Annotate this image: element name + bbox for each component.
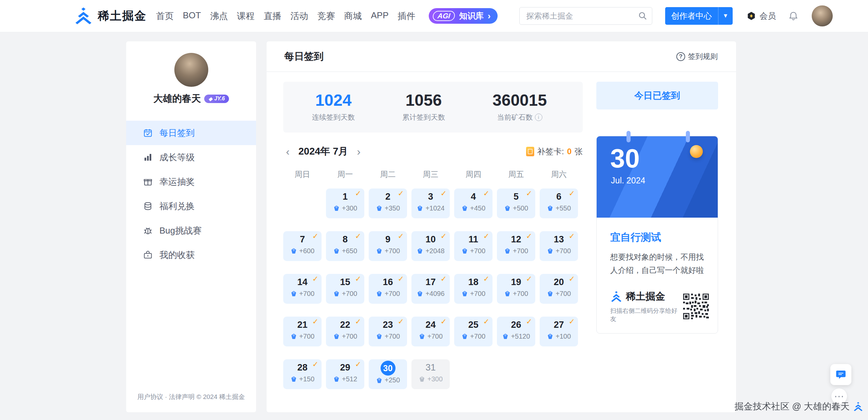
day-reward: +700 xyxy=(283,290,322,298)
sidebar-item-lucky-draw[interactable]: 幸运抽奖 xyxy=(126,169,256,194)
ore-icon xyxy=(333,376,340,382)
stat-label: 连续签到天数 xyxy=(312,113,355,122)
weekday-label: 周六 xyxy=(540,169,578,180)
nav-item-live[interactable]: 直播 xyxy=(264,10,281,22)
ore-icon xyxy=(376,290,383,297)
signed-today-button[interactable]: 今日已签到 xyxy=(596,82,718,109)
sidebar-footer: 用户协议 · 法律声明 © 2024 稀土掘金 xyxy=(126,393,256,401)
member-entry[interactable]: 会员 xyxy=(746,11,776,21)
nav-item-events[interactable]: 活动 xyxy=(290,10,308,22)
sidebar-item-label: 我的收获 xyxy=(159,249,195,261)
share-footer: 稀土掘金 扫描右侧二维码分享给好友 xyxy=(597,286,718,333)
resign-card-info[interactable]: 补签卡: 0 张 xyxy=(526,146,583,157)
stat-continuous-days: 1024连续签到天数 xyxy=(312,92,355,122)
next-month-arrow[interactable]: › xyxy=(357,146,361,157)
sidebar-item-bug-challenge[interactable]: Bug挑战赛 xyxy=(126,218,256,243)
ore-icon xyxy=(417,205,423,212)
nav-item-home[interactable]: 首页 xyxy=(156,10,174,22)
creator-center-button[interactable]: 创作者中心 ▼ xyxy=(665,7,733,25)
nav-item-course[interactable]: 课程 xyxy=(237,10,254,22)
calendar-hanger xyxy=(626,131,631,142)
day-reward: +1024 xyxy=(411,204,450,212)
reward-amount: +100 xyxy=(556,333,571,340)
tip-text: 想要找对象的时候，不用找人介绍，自己写一个就好啦 xyxy=(610,251,704,277)
weekday-header: 周日周一周二周三周四周五周六 xyxy=(283,169,583,180)
day-reward: +700 xyxy=(369,290,407,298)
sidebar-item-my-harvest[interactable]: 我的收获 xyxy=(126,243,256,267)
day-reward: +700 xyxy=(454,290,493,298)
prev-month-arrow[interactable]: ‹ xyxy=(286,146,290,157)
level-badge: ◆ JY.6 xyxy=(204,95,229,103)
search-input[interactable] xyxy=(519,7,652,25)
weekday-label: 周一 xyxy=(326,169,364,180)
ore-icon xyxy=(502,333,509,340)
day-cell-13: ✓13+700 xyxy=(540,231,578,261)
day-cell-27: ✓27+100 xyxy=(540,317,578,346)
nav-item-bot[interactable]: BOT xyxy=(183,10,201,22)
check-icon: ✓ xyxy=(355,275,361,283)
creator-center-label: 创作者中心 xyxy=(665,11,718,21)
user-avatar[interactable] xyxy=(812,5,833,26)
feedback-chat-button[interactable] xyxy=(830,364,851,385)
nav-item-contest[interactable]: 竞赛 xyxy=(317,10,335,22)
juejin-logo[interactable]: 稀土掘金 xyxy=(74,7,147,24)
search-icon[interactable] xyxy=(638,11,648,21)
reward-amount: +700 xyxy=(470,333,485,340)
day-reward: +350 xyxy=(369,204,407,212)
notification-bell-icon[interactable] xyxy=(788,11,799,21)
date-card-top: 30 Jul. 2024 xyxy=(597,136,718,218)
sidebar-item-daily-checkin[interactable]: 每日签到 xyxy=(126,121,256,145)
ore-icon xyxy=(376,377,383,384)
calendar-hanger xyxy=(686,131,690,142)
day-cell-30: 30+250 xyxy=(369,359,407,389)
check-icon: ✓ xyxy=(483,232,489,241)
day-reward: +700 xyxy=(540,247,578,255)
stat-total-days: 1056累计签到天数 xyxy=(402,92,445,122)
check-icon: ✓ xyxy=(526,189,532,198)
checkin-rules-link[interactable]: ? 签到规则 xyxy=(676,52,718,62)
check-icon: ✓ xyxy=(569,232,575,241)
reward-amount: +700 xyxy=(342,333,357,340)
ore-icon xyxy=(333,290,340,297)
reward-amount: +450 xyxy=(470,204,485,212)
diamond-icon: ◆ xyxy=(208,96,212,102)
day-reward: +550 xyxy=(540,204,578,212)
sidebar-item-growth-level[interactable]: 成长等级 xyxy=(126,145,256,169)
reward-amount: +700 xyxy=(342,290,357,298)
check-icon: ✓ xyxy=(526,275,532,283)
ore-icon xyxy=(547,247,554,254)
stat-label: 累计签到天数 xyxy=(402,113,445,122)
day-reward: +5120 xyxy=(497,333,535,340)
panel-body: 1024连续签到天数1056累计签到天数360015当前矿石数i ‹ 2024年… xyxy=(267,72,736,389)
day-reward: +300 xyxy=(326,204,364,212)
day-cell-24: ✓24+700 xyxy=(411,317,450,346)
day-reward: +700 xyxy=(369,247,407,255)
reward-amount: +700 xyxy=(513,247,528,255)
chevron-down-icon[interactable]: ▼ xyxy=(718,7,733,25)
brand-text: 稀土掘金 xyxy=(98,8,147,24)
orange-ball-decor xyxy=(690,145,703,158)
info-icon[interactable]: i xyxy=(535,114,542,121)
agi-knowledge-badge[interactable]: AGI 知识库 › xyxy=(429,8,497,24)
day-cell-28: ✓28+150 xyxy=(283,359,322,389)
question-icon: ? xyxy=(676,52,685,61)
member-hexagon-icon xyxy=(746,11,756,21)
profile-avatar[interactable] xyxy=(174,53,208,87)
reward-amount: +500 xyxy=(513,204,528,212)
nav-item-pins[interactable]: 沸点 xyxy=(210,10,228,22)
day-cell-7: ✓7+600 xyxy=(283,231,322,261)
calendar-check-icon xyxy=(143,128,153,138)
day-reward: +300 xyxy=(411,375,450,383)
day-reward: +600 xyxy=(283,247,322,255)
juejin-logo-icon xyxy=(74,7,93,24)
day-cell-16: ✓16+700 xyxy=(369,274,407,304)
day-reward: +700 xyxy=(454,247,493,255)
share-tip: 扫描右侧二维码分享给好友 xyxy=(610,307,683,323)
sidebar-item-welfare-exchange[interactable]: 福利兑换 xyxy=(126,194,256,218)
check-icon: ✓ xyxy=(312,317,319,326)
stat-value: 1056 xyxy=(402,92,445,108)
nav-item-extension[interactable]: 插件 xyxy=(398,10,415,22)
nav-item-shop[interactable]: 商城 xyxy=(344,10,362,22)
ore-icon xyxy=(333,205,340,212)
nav-item-app[interactable]: APP xyxy=(371,10,388,22)
